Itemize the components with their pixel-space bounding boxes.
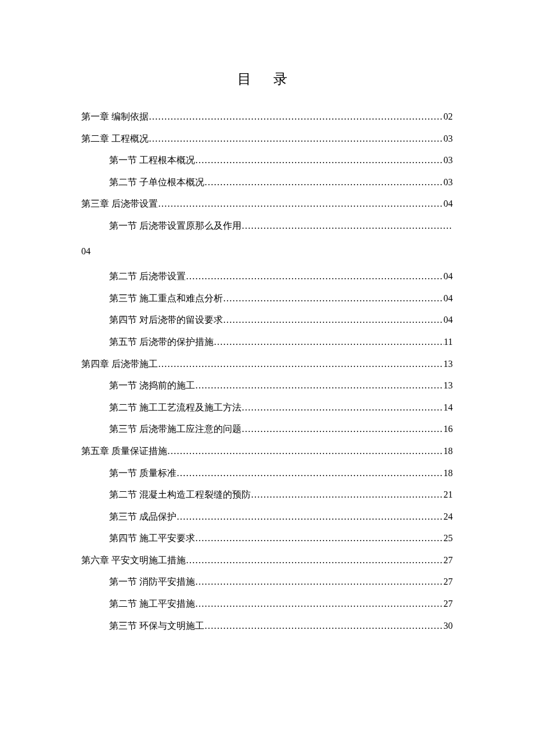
toc-entry: 第六章 平安文明施工措施27 [81, 549, 453, 571]
toc-entry-page: 04 [443, 265, 453, 287]
toc-leader-dots [167, 440, 443, 462]
toc-entry-page: 04 [443, 193, 453, 215]
toc-entry-label: 第三节 环保与文明施工 [109, 615, 204, 637]
toc-entry: 第三章 后浇带设置04 [81, 193, 453, 215]
toc-entry-page: 24 [443, 506, 453, 528]
toc-entry: 第二节 后浇带设置04 [109, 265, 453, 287]
toc-entry-page: 27 [443, 593, 453, 615]
toc-entry-page: 18 [443, 462, 453, 484]
toc-container: 第一章 编制依据02第二章 工程概况03第一节 工程根本概况03第二节 子单位根… [81, 106, 453, 636]
toc-leader-dots [214, 331, 444, 353]
toc-entry-label: 第一节 浇捣前的施工 [109, 375, 195, 397]
toc-entry: 第二节 子单位根本概况03 [109, 171, 453, 193]
toc-entry: 第四节 对后浇带的留设要求04 [109, 309, 453, 331]
toc-entry-label: 第三节 施工重点和难点分析 [109, 287, 223, 309]
toc-entry-label: 第五章 质量保证措施 [81, 440, 167, 462]
toc-leader-dots [176, 462, 443, 484]
toc-entry-label: 第六章 平安文明施工措施 [81, 549, 186, 571]
toc-entry: 第三节 施工重点和难点分析04 [109, 287, 453, 309]
toc-entry-page: 04 [443, 287, 453, 309]
toc-leader-dots [251, 484, 443, 506]
toc-leader-dots [195, 593, 443, 615]
toc-entry: 第三节 后浇带施工应注意的问题16 [109, 418, 453, 440]
toc-entry-label: 第一节 质量标准 [109, 462, 176, 484]
toc-entry-page: 02 [443, 106, 453, 128]
toc-entry-label: 第三节 后浇带施工应注意的问题 [109, 418, 241, 440]
toc-leader-dots [149, 106, 443, 128]
toc-entry: 第二节 混凝土构造工程裂缝的预防21 [109, 484, 453, 506]
toc-entry-page: 21 [443, 484, 453, 506]
toc-entry: 第一章 编制依据02 [81, 106, 453, 128]
toc-entry-page: 03 [443, 149, 453, 171]
toc-entry-label: 第二节 子单位根本概况 [109, 171, 204, 193]
toc-entry-page: 04 [443, 309, 453, 331]
toc-entry: 第一节 质量标准18 [109, 462, 453, 484]
toc-entry-page: 27 [443, 549, 453, 571]
toc-leader-dots [186, 265, 443, 287]
toc-entry-label: 第五节 后浇带的保护措施 [109, 331, 214, 353]
toc-orphan-page: 04 [81, 240, 453, 262]
toc-entry: 第二节 施工平安措施27 [109, 593, 453, 615]
toc-entry-label: 第一节 工程根本概况 [109, 149, 195, 171]
toc-leader-dots [158, 193, 443, 215]
toc-entry-label: 第二节 施工平安措施 [109, 593, 195, 615]
toc-entry: 第四章 后浇带施工13 [81, 353, 453, 375]
toc-entry: 第三节 成品保护24 [109, 506, 453, 528]
toc-entry-label: 第一节 消防平安措施 [109, 571, 195, 593]
toc-leader-dots [195, 571, 443, 593]
toc-entry-label: 第一节 后浇带设置原那么及作用 [109, 215, 241, 237]
toc-leader-dots [204, 171, 443, 193]
toc-entry-page: 13 [443, 353, 453, 375]
toc-entry-page: 13 [443, 375, 453, 397]
toc-entry: 第一节 后浇带设置原那么及作用 [109, 215, 453, 237]
toc-entry: 第一节 浇捣前的施工13 [109, 375, 453, 397]
toc-entry-page: 25 [443, 527, 453, 549]
toc-entry-label: 第二节 施工工艺流程及施工方法 [109, 397, 241, 419]
toc-entry-label: 第二章 工程概况 [81, 128, 149, 150]
toc-entry: 第五节 后浇带的保护措施11 [109, 331, 453, 353]
toc-entry-page: 03 [443, 128, 453, 150]
toc-leader-dots [186, 549, 443, 571]
toc-entry-label: 第四章 后浇带施工 [81, 353, 158, 375]
toc-entry-page: 11 [444, 331, 453, 353]
toc-leader-dots [241, 418, 443, 440]
toc-entry: 第一节 工程根本概况03 [109, 149, 453, 171]
toc-leader-dots [158, 353, 443, 375]
toc-entry-page: 16 [443, 418, 453, 440]
toc-entry-label: 第三节 成品保护 [109, 506, 176, 528]
toc-entry: 第一节 消防平安措施27 [109, 571, 453, 593]
toc-entry-label: 第一章 编制依据 [81, 106, 149, 128]
toc-entry-page: 27 [443, 571, 453, 593]
toc-entry: 第三节 环保与文明施工30 [109, 615, 453, 637]
toc-entry-page: 30 [443, 615, 453, 637]
toc-leader-dots [149, 128, 443, 150]
toc-leader-dots [176, 506, 443, 528]
toc-entry: 第四节 施工平安要求25 [109, 527, 453, 549]
toc-leader-dots [241, 397, 443, 419]
toc-entry: 第二节 施工工艺流程及施工方法14 [109, 397, 453, 419]
toc-entry-page: 18 [443, 440, 453, 462]
toc-entry-label: 第二节 混凝土构造工程裂缝的预防 [109, 484, 251, 506]
toc-entry-page: 14 [443, 397, 453, 419]
toc-entry-label: 第四节 对后浇带的留设要求 [109, 309, 223, 331]
toc-leader-dots [241, 215, 453, 237]
toc-entry-label: 第四节 施工平安要求 [109, 527, 195, 549]
toc-leader-dots [204, 615, 443, 637]
toc-entry: 第二章 工程概况03 [81, 128, 453, 150]
toc-entry: 第五章 质量保证措施18 [81, 440, 453, 462]
toc-entry-label: 第二节 后浇带设置 [109, 265, 186, 287]
toc-leader-dots [195, 527, 443, 549]
toc-title: 目 录 [81, 70, 453, 88]
toc-leader-dots [195, 149, 443, 171]
toc-leader-dots [223, 309, 443, 331]
toc-entry-label: 第三章 后浇带设置 [81, 193, 158, 215]
toc-leader-dots [195, 375, 443, 397]
toc-entry-page: 03 [443, 171, 453, 193]
toc-leader-dots [223, 287, 443, 309]
